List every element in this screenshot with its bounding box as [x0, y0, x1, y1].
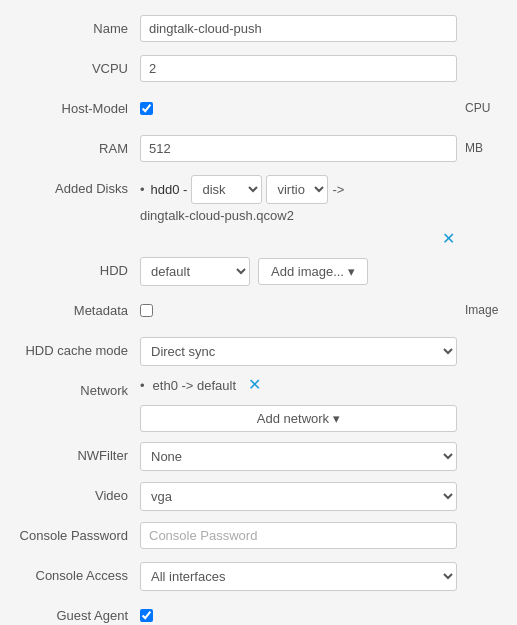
console-password-label: Console Password [10, 522, 140, 543]
remove-network-button[interactable]: ✕ [246, 377, 263, 393]
ram-control [140, 135, 457, 162]
ram-row: RAM MB [10, 135, 507, 165]
console-password-input[interactable] [140, 522, 457, 549]
console-access-label: Console Access [10, 562, 140, 583]
disk-arrow: -> [332, 182, 344, 197]
added-disks-row: Added Disks • hdd0 - disk cdrom virtio i… [10, 175, 507, 247]
hostmodel-suffix: CPU [457, 95, 507, 115]
network-row: Network • eth0 -> default ✕ Add network … [10, 377, 507, 432]
video-select[interactable]: vga cirrus vmvga xen vbox [140, 482, 457, 511]
add-image-label: Add image... [271, 264, 344, 279]
disk-item: • hdd0 - disk cdrom virtio ide scsi -> d… [140, 175, 457, 223]
hdd-control: default Add image... ▾ [140, 257, 457, 286]
video-control: vga cirrus vmvga xen vbox [140, 482, 457, 511]
hdd-controls: default Add image... ▾ [140, 257, 457, 286]
metadata-control [140, 297, 457, 317]
vcpu-input[interactable] [140, 55, 457, 82]
console-password-control [140, 522, 457, 549]
vcpu-control [140, 55, 457, 82]
name-control [140, 15, 457, 42]
network-bullet: • [140, 378, 145, 393]
hostmodel-label: Host-Model [10, 95, 140, 116]
disk-type-select[interactable]: disk cdrom [191, 175, 262, 204]
nwfilter-select[interactable]: None [140, 442, 457, 471]
ram-suffix: MB [457, 135, 507, 155]
guest-agent-checkbox[interactable] [140, 609, 153, 622]
hdd-cache-row: HDD cache mode Direct sync None Writethr… [10, 337, 507, 367]
nwfilter-label: NWFilter [10, 442, 140, 463]
add-image-dropdown-icon: ▾ [348, 264, 355, 279]
console-password-row: Console Password [10, 522, 507, 552]
vm-create-form: Name VCPU Host-Model CPU RAM MB Added Di… [0, 0, 517, 625]
hostmodel-control [140, 95, 457, 115]
added-disks-control: • hdd0 - disk cdrom virtio ide scsi -> d… [140, 175, 457, 247]
add-image-button[interactable]: Add image... ▾ [258, 258, 368, 285]
hostmodel-checkbox[interactable] [140, 102, 153, 115]
console-access-control: All interfaces Localhost only [140, 562, 457, 591]
add-network-label: Add network [257, 411, 329, 426]
hdd-cache-control: Direct sync None Writethrough Writeback … [140, 337, 457, 366]
disk-name: hdd0 - [151, 182, 188, 197]
network-item: • eth0 -> default ✕ [140, 377, 457, 393]
hdd-cache-label: HDD cache mode [10, 337, 140, 358]
guest-agent-control [140, 602, 457, 622]
disk-bullet: • [140, 182, 145, 197]
metadata-suffix: Image [457, 297, 507, 317]
network-value: eth0 -> default [153, 378, 236, 393]
add-network-dropdown-icon: ▾ [333, 411, 340, 426]
ram-label: RAM [10, 135, 140, 156]
hdd-select[interactable]: default [140, 257, 250, 286]
name-input[interactable] [140, 15, 457, 42]
remove-disk-button[interactable]: ✕ [440, 231, 457, 247]
video-row: Video vga cirrus vmvga xen vbox [10, 482, 507, 512]
video-label: Video [10, 482, 140, 503]
add-network-button[interactable]: Add network ▾ [140, 405, 457, 432]
guest-agent-row: Guest Agent [10, 602, 507, 625]
metadata-row: Metadata Image [10, 297, 507, 327]
metadata-checkbox[interactable] [140, 304, 153, 317]
vcpu-row: VCPU [10, 55, 507, 85]
name-label: Name [10, 15, 140, 36]
nwfilter-row: NWFilter None [10, 442, 507, 472]
metadata-label: Metadata [10, 297, 140, 318]
console-access-row: Console Access All interfaces Localhost … [10, 562, 507, 592]
disk-bus-select[interactable]: virtio ide scsi [266, 175, 328, 204]
console-access-select[interactable]: All interfaces Localhost only [140, 562, 457, 591]
network-control: • eth0 -> default ✕ Add network ▾ [140, 377, 457, 432]
hostmodel-row: Host-Model CPU [10, 95, 507, 125]
hdd-row: HDD default Add image... ▾ [10, 257, 507, 287]
disk-target: dingtalk-cloud-push.qcow2 [140, 208, 294, 223]
guest-agent-label: Guest Agent [10, 602, 140, 623]
added-disks-label: Added Disks [10, 175, 140, 196]
hdd-cache-select[interactable]: Direct sync None Writethrough Writeback … [140, 337, 457, 366]
ram-input[interactable] [140, 135, 457, 162]
hdd-label: HDD [10, 257, 140, 278]
network-label: Network [10, 377, 140, 398]
vcpu-label: VCPU [10, 55, 140, 76]
name-row: Name [10, 15, 507, 45]
nwfilter-control: None [140, 442, 457, 471]
